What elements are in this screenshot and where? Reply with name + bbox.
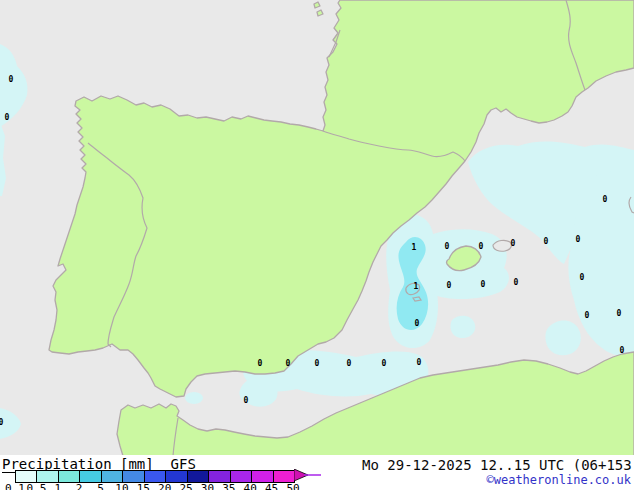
precip-value-label: 0	[417, 358, 422, 367]
legend-segment	[59, 471, 80, 482]
legend-segment	[166, 471, 187, 482]
precip-value-label: 0	[286, 359, 291, 368]
legend-arrow	[294, 469, 322, 482]
legend-segment	[37, 471, 58, 482]
legend-tick: 45	[265, 482, 278, 490]
precip-value-label: 0	[258, 359, 263, 368]
legend-segment	[209, 471, 230, 482]
precip-value-label: 0	[9, 75, 14, 84]
legend-segment	[252, 471, 273, 482]
footer-datetime: Mo 29-12-2025 12..15 UTC (06+153	[362, 457, 632, 473]
legend-segment	[102, 471, 123, 482]
legend-tick: 40	[244, 482, 257, 490]
island-menorca	[493, 240, 511, 251]
precip-value-label: 0	[347, 359, 352, 368]
legend-tick: 10	[115, 482, 128, 490]
legend-tick: 35	[222, 482, 235, 490]
legend-tick: 2	[76, 482, 83, 490]
precip-malaga-patch	[185, 392, 203, 404]
precip-value-label: 0	[445, 242, 450, 251]
precip-value-label: 0	[511, 239, 516, 248]
precip-value-label: 0	[244, 396, 249, 405]
precip-value-label: 0	[382, 359, 387, 368]
weather-map: 00001000001000000000000000	[0, 0, 634, 456]
precip-value-label: 0	[603, 195, 608, 204]
legend-tick: 5	[97, 482, 104, 490]
precip-value-label: 0	[544, 237, 549, 246]
precip-value-label: 0	[585, 311, 590, 320]
precip-value-label: 0	[481, 280, 486, 289]
legend-segment	[80, 471, 101, 482]
precip-value-label: 1	[414, 282, 419, 291]
legend-tick: 25	[179, 482, 192, 490]
legend-tick-labels: 0.10.5125101520253035404550	[0, 482, 340, 490]
precip-value-label: 1	[412, 243, 417, 252]
legend-tick: 0.1	[5, 482, 25, 490]
precip-value-label: 0	[514, 278, 519, 287]
precip-value-label: 0	[0, 418, 4, 427]
legend-tick: 50	[286, 482, 299, 490]
legend-area: Precipitation [mm] GFS 0.10.512510152025…	[0, 455, 634, 490]
legend-segment	[145, 471, 166, 482]
legend-tick: 30	[201, 482, 214, 490]
precip-value-label: 0	[620, 346, 625, 355]
legend-tick: 1	[54, 482, 61, 490]
precip-value-label: 0	[576, 235, 581, 244]
precip-value-label: 0	[617, 309, 622, 318]
legend-segment	[123, 471, 144, 482]
legend-tick: 15	[137, 482, 150, 490]
precip-southeast-blob	[545, 321, 580, 356]
footer-copyright: ©weatheronline.co.uk	[487, 473, 632, 487]
legend-segment	[231, 471, 252, 482]
legend-segment	[188, 471, 209, 482]
precip-small-blob	[450, 316, 475, 338]
legend-segment	[16, 471, 37, 482]
legend-tick: 0.5	[26, 482, 46, 490]
legend-tick: 20	[158, 482, 171, 490]
precip-value-label: 0	[415, 319, 420, 328]
precip-value-label: 0	[315, 359, 320, 368]
precip-value-label: 0	[479, 242, 484, 251]
precip-value-label: 0	[447, 281, 452, 290]
precip-value-label: 0	[580, 273, 585, 282]
precipitation-map-svg: 00001000001000000000000000	[0, 0, 634, 456]
precip-value-label: 0	[5, 113, 10, 122]
legend-segment	[274, 471, 294, 482]
